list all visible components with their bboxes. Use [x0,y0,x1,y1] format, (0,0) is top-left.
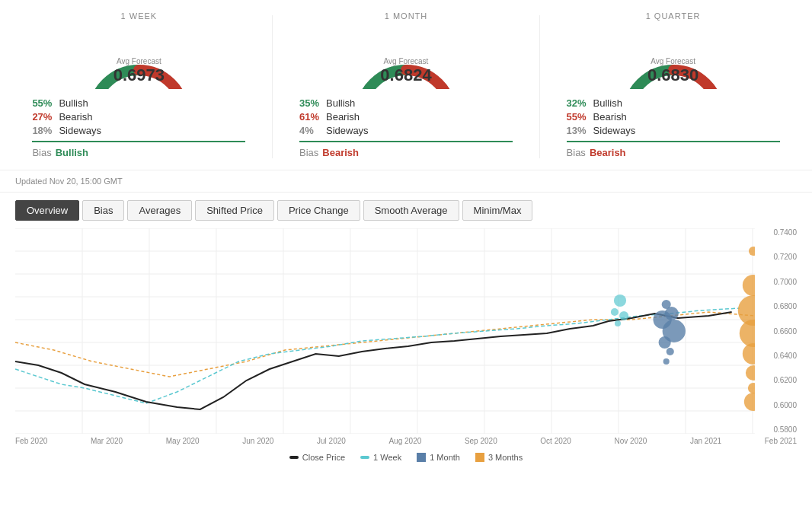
bearish-label-0: Bearish [59,111,92,123]
tab-price-change[interactable]: Price Change [277,200,360,221]
sideways-label-2: Sideways [593,125,636,136]
tab-averages[interactable]: Averages [127,200,192,221]
gauge-container-1: Avg Forecast 0.6824 [345,24,467,89]
gauge-value-2: 0.6830 [647,65,699,85]
gauge-card-2: 1 QUARTER Avg Forecast 0.6830 32% Bul [559,8,788,166]
tab-smooth-average[interactable]: Smooth Average [363,200,459,221]
tabs-bar: OverviewBiasAveragesShifted PricePrice C… [0,193,812,228]
x-axis: Feb 2020 Mar 2020 May 2020 Jun 2020 Jul … [0,434,812,448]
3-months-label: 3 Months [488,453,523,462]
tab-bias[interactable]: Bias [82,200,124,221]
bullish-label-2: Bullish [593,97,622,109]
bias-label-1: Bias [299,147,318,158]
svg-point-27 [614,295,626,307]
gauge-value-0: 0.6973 [113,65,165,85]
bias-label-0: Bias [32,147,51,158]
bearish-row-0: 27% Bearish [32,111,245,123]
gauge-period-1: 1 MONTH [385,11,428,21]
svg-point-37 [663,358,670,365]
gauge-container-0: Avg Forecast 0.6973 [78,24,200,89]
bias-label-2: Bias [567,147,586,158]
update-text: Updated Nov 20, 15:00 GMT [15,177,123,186]
stats-block-2: 32% Bullish 55% Bearish 13% Sideways Bia… [567,95,780,158]
close-price-label: Close Price [302,453,345,462]
legend-close-price: Close Price [289,453,345,462]
bullish-row-1: 35% Bullish [299,97,513,109]
gauge-divider-1 [299,141,513,142]
gauge-separator-0 [272,15,273,158]
stats-block-1: 35% Bullish 61% Bearish 4% Sideways Bias… [299,95,513,158]
bias-row-1: Bias Bearish [299,147,513,158]
svg-point-36 [667,348,674,355]
bearish-row-2: 55% Bearish [567,111,780,123]
bearish-row-1: 61% Bearish [299,111,513,123]
gauge-label-text-2: Avg Forecast [647,57,699,65]
bearish-label-1: Bearish [326,111,360,123]
1-week-label: 1 Week [373,453,401,462]
close-price-color [289,456,299,459]
sideways-row-0: 18% Sideways [32,125,245,136]
chart-wrapper: 0.7400 0.7200 0.7000 0.6800 0.6600 0.640… [15,228,797,434]
tab-shifted-price[interactable]: Shifted Price [195,200,274,221]
bullish-row-2: 32% Bullish [567,97,780,109]
gauge-card-1: 1 MONTH Avg Forecast 0.6824 35% Bulli [292,8,520,166]
gauge-card-0: 1 WEEK Avg Forecast 0.6973 55% Bullis [24,8,253,166]
svg-point-41 [740,320,755,347]
bearish-pct-0: 27% [32,111,59,123]
bias-value-0: Bullish [56,147,88,158]
svg-point-29 [619,311,628,320]
bearish-pct-2: 55% [567,111,593,123]
1-month-color [417,453,426,462]
bearish-label-2: Bearish [593,111,627,123]
gauge-label-0: Avg Forecast 0.6973 [113,57,165,85]
gauge-container-2: Avg Forecast 0.6830 [612,24,734,89]
bullish-row-0: 55% Bullish [32,97,245,109]
sideways-row-2: 13% Sideways [567,125,780,136]
gauge-label-text-1: Avg Forecast [380,57,431,65]
bullish-pct-2: 32% [567,97,593,109]
gauge-separator-1 [539,15,540,158]
bullish-label-1: Bullish [326,97,355,109]
legend-3-months: 3 Months [475,453,523,462]
legend-1-month: 1 Month [417,453,460,462]
sideways-label-1: Sideways [326,125,369,136]
bullish-pct-1: 35% [299,97,326,109]
sideways-row-1: 4% Sideways [299,125,513,136]
sideways-pct-0: 18% [32,125,59,136]
bias-value-1: Bearish [322,147,359,158]
1-week-color [360,456,369,459]
sideways-pct-1: 4% [299,125,326,136]
tab-overview[interactable]: Overview [15,200,79,221]
gauges-section: 1 WEEK Avg Forecast 0.6973 55% Bullis [0,0,812,170]
chart-svg [15,228,755,434]
bearish-pct-1: 61% [299,111,326,123]
svg-point-43 [746,365,755,380]
gauge-divider-2 [567,141,780,142]
tab-minim-max[interactable]: Minim/Max [462,200,533,221]
svg-point-35 [659,336,671,349]
bullish-label-0: Bullish [59,97,88,109]
svg-point-39 [743,275,755,296]
chart-main [15,228,755,434]
sideways-pct-2: 13% [567,125,593,136]
legend-1-week: 1 Week [360,453,401,462]
gauge-label-2: Avg Forecast 0.6830 [647,57,699,85]
gauge-label-1: Avg Forecast 0.6824 [380,57,431,85]
sideways-label-0: Sideways [59,125,101,136]
gauge-label-text-0: Avg Forecast [113,57,165,65]
svg-point-44 [748,383,755,393]
update-bar: Updated Nov 20, 15:00 GMT [0,170,812,193]
legend-bar: Close Price 1 Week 1 Month 3 Months [0,448,812,466]
svg-point-28 [611,308,619,316]
y-axis-labels: 0.7400 0.7200 0.7000 0.6800 0.6600 0.640… [755,228,797,434]
svg-point-45 [744,393,755,411]
stats-block-0: 55% Bullish 27% Bearish 18% Sideways Bia… [32,95,245,158]
svg-point-42 [743,343,755,365]
gauge-value-1: 0.6824 [380,65,431,85]
gauge-divider-0 [32,141,245,142]
bias-row-0: Bias Bullish [32,147,245,158]
svg-point-38 [749,247,755,256]
bullish-pct-0: 55% [32,97,59,109]
gauge-period-0: 1 WEEK [121,11,158,21]
bias-row-2: Bias Bearish [567,147,780,158]
